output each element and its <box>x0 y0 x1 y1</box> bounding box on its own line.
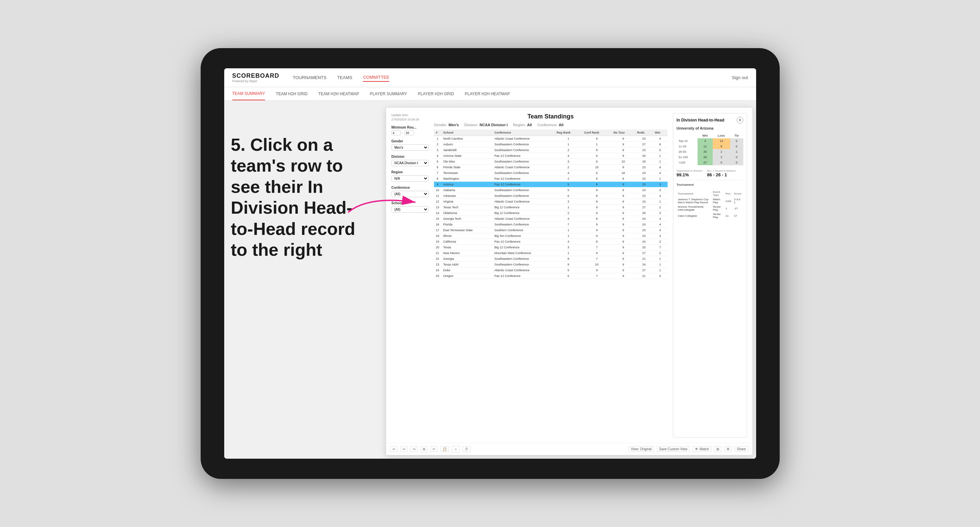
table-row[interactable]: 17 East Tennessee State Southern Confere… <box>434 227 668 233</box>
filter-range: - <box>391 130 429 135</box>
h2h-row-gt100: >100 27 0 0 <box>677 160 743 165</box>
filter-max-input[interactable] <box>405 130 414 135</box>
undo-button[interactable]: ↩ <box>390 446 398 452</box>
h2h-tournament-table: Tournament Event Type Pos Score Jackson … <box>677 190 743 219</box>
filter-min-input[interactable] <box>391 130 401 135</box>
logo-sub: Powered by clippd <box>232 79 279 83</box>
h2h-stat-opponents: Opponents in division: 99.1% <box>677 169 703 177</box>
filter-division-select[interactable]: NCAA Division I <box>391 160 429 166</box>
h2h-stat-record: W-L-T record in-division: 86 - 26 - 1 <box>707 169 736 177</box>
table-row[interactable]: 10 Alabama Southeastern Conference 5 8 9… <box>434 187 668 193</box>
nav-committee[interactable]: COMMITTEE <box>363 73 389 82</box>
h2h-row-1125: 11-25 11 8 0 <box>677 144 743 149</box>
sub-nav-team-h2h-heatmap[interactable]: TEAM H2H HEATMAP <box>318 87 359 100</box>
table-row[interactable]: 23 Texas A&M Southeastern Conference 9 1… <box>434 262 668 268</box>
outer-wrapper: SCOREBOARD Powered by clippd TOURNAMENTS… <box>0 0 980 527</box>
h2h-close-button[interactable]: ✕ <box>737 117 743 124</box>
sub-nav-player-h2h-heatmap[interactable]: PLAYER H2H HEATMAP <box>465 87 510 100</box>
h2h-col-win: Win <box>698 133 713 138</box>
filter-conference-item: Conference: All <box>537 123 563 127</box>
nav-teams[interactable]: TEAMS <box>337 74 353 81</box>
table-row[interactable]: 9 Arizona Pac-12 Conference 5 8 9 23 3 <box>434 182 668 187</box>
tournament-row-2: Arizona Thunderbirds Intercollegiate Str… <box>677 205 743 212</box>
filter-region-select[interactable]: N/A <box>391 175 429 182</box>
save-custom-view-label: Save Custom View <box>659 447 687 451</box>
table-row[interactable]: 20 Texas Big 12 Conference 3 7 9 20 7 <box>434 244 668 250</box>
sub-nav-team-summary[interactable]: TEAM SUMMARY <box>232 87 265 100</box>
filter-min-rounds: Minimum Rou... - <box>391 125 429 135</box>
h2h-row-top10: Top 10 3 13 0 <box>677 138 743 144</box>
table-row[interactable]: 8 Washington Pac-12 Conference 2 8 9 23 … <box>434 176 668 182</box>
filter-gender-select[interactable]: Men's <box>391 144 429 151</box>
table-row[interactable]: 14 Oklahoma Big 12 Conference 2 9 9 26 3 <box>434 210 668 216</box>
table-row[interactable]: 5 Ole Miss Southeastern Conference 3 6 1… <box>434 159 668 165</box>
h2h-opponents-label: Opponents in division: <box>677 169 703 172</box>
sub-nav-player-summary[interactable]: PLAYER SUMMARY <box>370 87 407 100</box>
th-school: School <box>441 130 493 136</box>
content-area: Update time: 27/03/2024 15:56:26 Minimum… <box>386 108 752 443</box>
settings-button[interactable]: ⚙ <box>724 446 732 452</box>
filter-region: Region N/A <box>391 170 429 182</box>
sub-nav-player-h2h-grid[interactable]: PLAYER H2H GRID <box>418 87 454 100</box>
tournament-row-1: Jackson T. Stephens Cup Men's Match-Play… <box>677 197 743 205</box>
table-row[interactable]: 24 Duke Atlantic Coast Conference 5 9 9 … <box>434 268 668 273</box>
cut-button[interactable]: ✂ <box>430 446 438 452</box>
table-area: Team Standings Gender: Men's Division: N… <box>434 113 668 438</box>
table-scroll: # School Conference Reg Rank Conf Rank N… <box>434 130 668 279</box>
th-rnds: Rnds <box>635 130 653 136</box>
table-row[interactable]: 2 Auburn Southeastern Conference 1 1 9 2… <box>434 142 668 148</box>
redo-button[interactable]: ↪ <box>410 446 418 452</box>
nav-tournaments[interactable]: TOURNAMENTS <box>293 74 326 81</box>
tablet-screen: SCOREBOARD Powered by clippd TOURNAMENTS… <box>224 68 756 459</box>
app-window: Update time: 27/03/2024 15:56:26 Minimum… <box>386 107 753 455</box>
th-pos: Pos <box>724 190 733 197</box>
table-row[interactable]: 22 Georgia Southeastern Conference 8 7 9… <box>434 256 668 262</box>
table-row[interactable]: 15 Georgia Tech Atlantic Coast Conferenc… <box>434 216 668 222</box>
tournament-row-3: Cabo Collegiate Stroke Play 11 17 <box>677 212 743 219</box>
update-time: Update time: 27/03/2024 15:56:26 <box>391 113 429 122</box>
th-score: Score <box>733 190 743 197</box>
clock-button[interactable]: ⏱ <box>463 446 471 452</box>
save-custom-view-button[interactable]: Save Custom View <box>657 446 690 452</box>
table-row[interactable]: 19 California Pac-12 Conference 4 8 9 24… <box>434 239 668 244</box>
view-original-button[interactable]: View: Original <box>628 446 654 452</box>
table-row[interactable]: 21 New Mexico Mountain West Conference 1… <box>434 250 668 256</box>
grid-button[interactable]: ⊞ <box>714 446 721 452</box>
add-button[interactable]: ＋ <box>452 446 460 452</box>
table-row[interactable]: 1 North Carolina Atlantic Coast Conferen… <box>434 136 668 142</box>
th-conf-rank: Conf Rank <box>582 130 611 136</box>
h2h-record-label: W-L-T record in-division: <box>707 169 736 172</box>
h2h-table: Win Loss Tie Top 10 3 13 <box>677 133 743 165</box>
th-no-tour: No Tour <box>611 130 635 136</box>
table-row[interactable]: 13 Texas Tech Big 12 Conference 1 9 9 27… <box>434 205 668 210</box>
pink-arrow <box>341 189 429 216</box>
table-row[interactable]: 6 Florida State Atlantic Coast Conferenc… <box>434 165 668 170</box>
sub-nav-team-h2h-grid[interactable]: TEAM H2H GRID <box>276 87 307 100</box>
table-row[interactable]: 12 Virginia Atlantic Coast Conference 3 … <box>434 199 668 205</box>
copy-button[interactable]: ⧉ <box>420 446 428 452</box>
table-row[interactable]: 16 Florida Southeastern Conference 7 9 9… <box>434 222 668 227</box>
table-row[interactable]: 4 Arizona State Pac-12 Conference 4 6 9 … <box>434 153 668 159</box>
h2h-title: In Division Head-to-Head <box>677 118 724 122</box>
h2h-row-51100: 51-100 20 3 0 <box>677 154 743 160</box>
view-original-label: View: Original <box>631 447 652 451</box>
undo2-button[interactable]: ↩ <box>400 446 408 452</box>
filter-min-rounds-label: Minimum Rou... <box>391 125 429 129</box>
table-row[interactable]: 25 Oregon Pac-12 Conference 5 7 9 21 0 <box>434 273 668 279</box>
th-rank: # <box>434 130 441 136</box>
instruction-area: 5. Click on a team's row to see their In… <box>231 134 359 260</box>
sign-out[interactable]: Sign out <box>732 75 748 80</box>
table-row[interactable]: 3 Vanderbilt Southeastern Conference 2 8… <box>434 148 668 153</box>
filter-division-item: Division: NCAA Division I <box>464 123 508 127</box>
h2h-panel: In Division Head-to-Head ✕ University of… <box>673 113 747 438</box>
watch-button[interactable]: 👁 Watch <box>692 446 711 452</box>
table-row[interactable]: 18 Illinois Big Ten Conference 1 9 9 23 … <box>434 233 668 239</box>
logo-area: SCOREBOARD Powered by clippd <box>232 72 279 83</box>
table-row[interactable]: 7 Tennessee Southeastern Conference 4 6 … <box>434 170 668 176</box>
filter-panel: Update time: 27/03/2024 15:56:26 Minimum… <box>391 113 429 438</box>
table-row[interactable]: 11 Arkansas Southeastern Conference 6 8 … <box>434 193 668 199</box>
tablet-bezel: SCOREBOARD Powered by clippd TOURNAMENTS… <box>200 48 780 479</box>
nav-links: TOURNAMENTS TEAMS COMMITTEE <box>293 73 732 82</box>
paste-button[interactable]: 📋 <box>440 446 449 452</box>
share-button[interactable]: Share <box>735 446 748 452</box>
